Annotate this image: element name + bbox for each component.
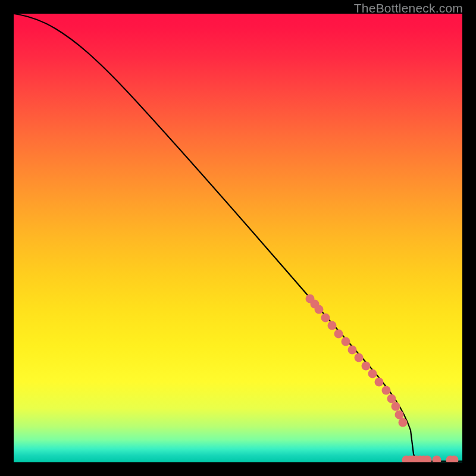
watermark-text: TheBottleneck.com xyxy=(354,1,463,15)
chart-frame: TheBottleneck.com xyxy=(0,0,476,476)
plot-area xyxy=(14,14,462,462)
gradient-background xyxy=(14,14,462,462)
